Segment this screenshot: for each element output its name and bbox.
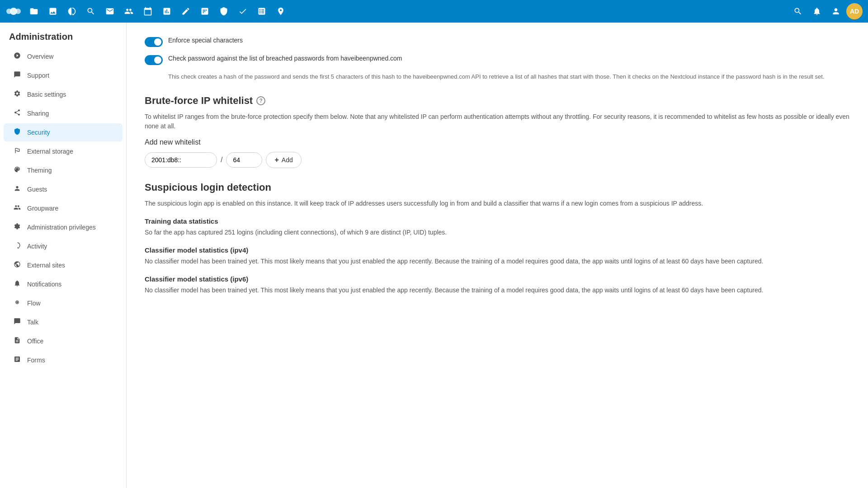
- sidebar-item-activity[interactable]: Activity: [4, 237, 123, 255]
- plus-icon: +: [274, 156, 278, 164]
- nav-maps-icon[interactable]: [272, 3, 289, 20]
- sidebar-item-theming[interactable]: Theming: [4, 161, 123, 179]
- nav-activity-icon[interactable]: [63, 3, 80, 20]
- sidebar-item-external-storage[interactable]: External storage: [4, 142, 123, 160]
- user-avatar[interactable]: AD: [846, 3, 863, 19]
- classifier-ipv4-subsection: Classifier model statistics (ipv4) No cl…: [145, 246, 850, 266]
- nav-mail-icon[interactable]: [101, 3, 118, 20]
- flow-icon: [13, 299, 22, 308]
- support-icon: [13, 71, 22, 80]
- admin-privileges-icon: [13, 223, 22, 232]
- sidebar-item-label: Office: [27, 338, 43, 345]
- enforce-special-chars-toggle[interactable]: [145, 37, 163, 47]
- sidebar-item-support[interactable]: Support: [4, 66, 123, 84]
- topbar-right: AD: [789, 3, 863, 20]
- topbar: AD: [0, 0, 868, 23]
- nav-contacts-icon[interactable]: [120, 3, 137, 20]
- enforce-special-chars-label: Enforce special characters: [168, 36, 243, 45]
- talk-icon: [13, 318, 22, 327]
- sidebar-item-guests[interactable]: Guests: [4, 180, 123, 198]
- nav-notes-icon[interactable]: [177, 3, 194, 20]
- security-icon: [13, 128, 22, 137]
- add-whitelist-label: Add new whitelist: [145, 138, 850, 146]
- theming-icon: [13, 166, 22, 175]
- sidebar-item-label: Sharing: [27, 110, 49, 117]
- haveibeenpwned-toggle-row: Check password against the list of breac…: [145, 54, 850, 65]
- suspicious-login-section: Suspicious login detection The suspiciou…: [145, 182, 850, 295]
- sidebar-item-label: Basic settings: [27, 91, 66, 98]
- sidebar-item-basic-settings[interactable]: Basic settings: [4, 85, 123, 103]
- sidebar-item-label: Support: [27, 72, 49, 79]
- notifications-bell-icon[interactable]: [808, 3, 826, 20]
- sidebar-item-label: Talk: [27, 319, 38, 326]
- add-whitelist-button[interactable]: + Add: [266, 152, 301, 168]
- nav-calendar-icon[interactable]: [139, 3, 156, 20]
- groupware-icon: [13, 204, 22, 213]
- sidebar-item-label: Administration privileges: [27, 224, 96, 231]
- brute-force-help-icon[interactable]: ?: [256, 96, 265, 105]
- suspicious-login-title: Suspicious login detection: [145, 182, 850, 193]
- nav-photos-icon[interactable]: [44, 3, 61, 20]
- svg-point-1: [6, 9, 12, 14]
- svg-point-2: [15, 9, 21, 14]
- sidebar-item-label: External sites: [27, 262, 65, 269]
- add-button-label: Add: [282, 156, 293, 164]
- sidebar: Administration Overview Support Basic se…: [0, 23, 127, 488]
- haveibeenpwned-toggle[interactable]: [145, 55, 163, 65]
- classifier-ipv6-text: No classifier model has been trained yet…: [145, 286, 850, 295]
- overview-icon: [13, 52, 22, 61]
- classifier-ipv6-title: Classifier model statistics (ipv6): [145, 275, 850, 283]
- nav-files-icon[interactable]: [25, 3, 42, 20]
- notifications-icon: [13, 280, 22, 289]
- whitelist-input-row: / + Add: [145, 152, 850, 168]
- external-storage-icon: [13, 147, 22, 156]
- nav-spreadsheet-icon[interactable]: [253, 3, 270, 20]
- training-data-text: So far the app has captured 251 logins (…: [145, 228, 850, 237]
- sidebar-item-forms[interactable]: Forms: [4, 351, 123, 369]
- nav-dashboard-icon[interactable]: [158, 3, 175, 20]
- guests-icon: [13, 185, 22, 194]
- nav-search-icon[interactable]: [82, 3, 99, 20]
- sidebar-item-talk[interactable]: Talk: [4, 313, 123, 331]
- sidebar-item-groupware[interactable]: Groupware: [4, 199, 123, 217]
- brute-force-description: To whitelist IP ranges from the brute-fo…: [145, 112, 850, 131]
- sidebar-item-office[interactable]: Office: [4, 332, 123, 350]
- nav-tasks-icon[interactable]: [234, 3, 251, 20]
- app-logo[interactable]: [5, 3, 22, 19]
- sidebar-item-label: Guests: [27, 186, 47, 193]
- office-icon: [13, 337, 22, 346]
- sidebar-item-label: Forms: [27, 357, 45, 364]
- subnet-mask-input[interactable]: [226, 152, 262, 168]
- svg-point-3: [16, 301, 18, 303]
- sidebar-item-sharing[interactable]: Sharing: [4, 104, 123, 122]
- classifier-ipv4-text: No classifier model has been trained yet…: [145, 257, 850, 266]
- sidebar-item-label: Flow: [27, 300, 41, 307]
- sidebar-item-admin-privileges[interactable]: Administration privileges: [4, 218, 123, 236]
- sidebar-item-external-sites[interactable]: External sites: [4, 256, 123, 274]
- sidebar-item-label: Theming: [27, 167, 52, 174]
- classifier-ipv4-title: Classifier model statistics (ipv4): [145, 246, 850, 254]
- nav-deck-icon[interactable]: [196, 3, 213, 20]
- sidebar-item-flow[interactable]: Flow: [4, 294, 123, 312]
- slash-separator: /: [221, 156, 222, 164]
- sidebar-item-label: Overview: [27, 53, 53, 60]
- sidebar-item-label: External storage: [27, 148, 73, 155]
- sidebar-title: Administration: [0, 23, 126, 47]
- topbar-nav-icons: [25, 3, 289, 20]
- training-data-title: Training data statistics: [145, 217, 850, 225]
- enforce-special-chars-row: Enforce special characters: [145, 36, 850, 47]
- nav-integrations-icon[interactable]: [215, 3, 232, 20]
- forms-icon: [13, 356, 22, 365]
- training-data-subsection: Training data statistics So far the app …: [145, 217, 850, 237]
- global-search-icon[interactable]: [789, 3, 807, 20]
- sidebar-item-notifications[interactable]: Notifications: [4, 275, 123, 293]
- activity-icon: [13, 242, 22, 251]
- brute-force-title: Brute-force IP whitelist ?: [145, 95, 850, 107]
- sidebar-item-security[interactable]: Security: [4, 123, 123, 141]
- haveibeenpwned-description: This check creates a hash of the passwor…: [145, 72, 850, 81]
- sidebar-item-label: Notifications: [27, 281, 61, 288]
- suspicious-login-intro: The suspicious login app is enabled on t…: [145, 199, 850, 208]
- ip-address-input[interactable]: [145, 152, 217, 168]
- sidebar-item-overview[interactable]: Overview: [4, 47, 123, 66]
- user-menu-icon[interactable]: [827, 3, 844, 20]
